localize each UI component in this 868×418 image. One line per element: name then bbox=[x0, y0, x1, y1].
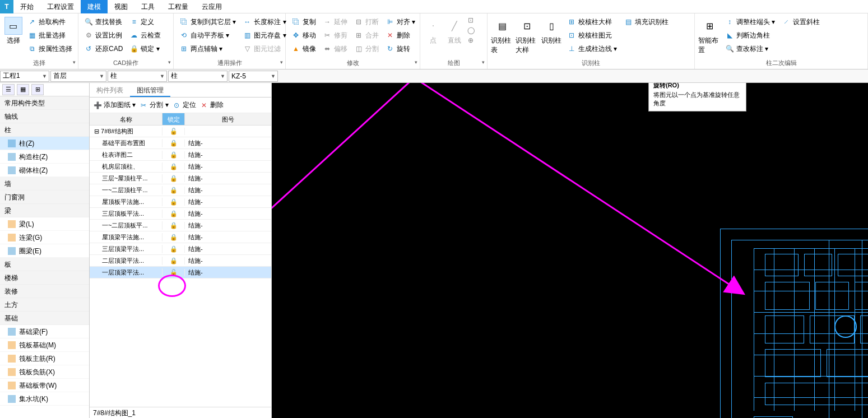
nav-item[interactable]: 基础板带(W) bbox=[0, 379, 89, 392]
dropdown-icon[interactable]: ▾ bbox=[280, 59, 283, 65]
nav-item[interactable]: 筏板主筋(R) bbox=[0, 352, 89, 365]
dropdown-icon[interactable]: ▾ bbox=[168, 59, 171, 65]
nav-item[interactable]: 砌体柱(Z) bbox=[0, 164, 89, 177]
drawing-row[interactable]: 柱表详图二🔒结施- bbox=[90, 149, 271, 161]
nav-category[interactable]: 轴线 bbox=[0, 110, 89, 123]
nav-item[interactable]: 构造柱(Z) bbox=[0, 150, 89, 164]
drawing-row[interactable]: 一~二层顶板平...🔒结施- bbox=[90, 220, 271, 231]
drawing-row[interactable]: 机房层顶柱、🔒结施- bbox=[90, 161, 271, 173]
find-replace-button[interactable]: 🔍查找替换 bbox=[82, 16, 125, 28]
drawing-row[interactable]: 基础平面布置图🔒结施- bbox=[90, 137, 271, 149]
nav-category[interactable]: 板 bbox=[0, 258, 89, 271]
nav-category[interactable]: 柱 bbox=[0, 123, 89, 137]
nav-category[interactable]: 梁 bbox=[0, 204, 89, 217]
nav-item[interactable]: 圈梁(E) bbox=[0, 244, 89, 258]
drawing-row[interactable]: 一~二层顶柱平...🔒结施- bbox=[90, 184, 271, 196]
align-button[interactable]: ⊫对齐 ▾ bbox=[383, 16, 417, 28]
rotate-button[interactable]: ↻旋转 bbox=[383, 43, 417, 55]
find-icon: 🔍 bbox=[84, 17, 93, 26]
nav-item-icon bbox=[8, 328, 16, 336]
dropdown-icon[interactable]: ▾ bbox=[415, 59, 417, 65]
drawing-row[interactable]: 三层顶梁平法...🔒结施- bbox=[90, 243, 271, 255]
nav-category[interactable]: 楼梯 bbox=[0, 271, 89, 285]
mirror-button[interactable]: ▲镜像 bbox=[289, 43, 318, 55]
delete-button[interactable]: ✕删除 bbox=[383, 29, 417, 41]
drawing-tool[interactable]: ⊙定位 bbox=[172, 100, 196, 110]
combo-4[interactable]: KZ-5▼ bbox=[229, 71, 278, 82]
gen-column-edge-button[interactable]: ⊥生成柱边线 ▾ bbox=[565, 43, 619, 55]
element-save-button[interactable]: ▥图元存盘 ▾ bbox=[240, 29, 288, 41]
col-lock[interactable]: 锁定 bbox=[163, 113, 185, 125]
copy-button[interactable]: ⿻复制 bbox=[289, 16, 318, 28]
nav-item[interactable]: 筏板负筋(X) bbox=[0, 365, 89, 379]
draw-extra-icon: ◯ bbox=[466, 26, 475, 35]
adjust-column-end-button[interactable]: ↕调整柱端头 ▾ bbox=[723, 16, 777, 28]
two-point-axis-button[interactable]: ⊞两点辅轴 ▾ bbox=[177, 43, 238, 55]
tab-1[interactable]: 图纸管理 bbox=[130, 83, 170, 97]
tab-0[interactable]: 构件列表 bbox=[90, 83, 130, 97]
property-select-button[interactable]: ⧉按属性选择 bbox=[25, 43, 75, 55]
drawing-row[interactable]: 一层顶梁平法...🔓结施- bbox=[90, 267, 271, 278]
nav-item[interactable]: 集水坑(K) bbox=[0, 392, 89, 406]
drawing-row[interactable]: 二层顶梁平法...🔒结施- bbox=[90, 255, 271, 267]
nav-item[interactable]: 梁(L) bbox=[0, 217, 89, 231]
set-incline-column-button[interactable]: ⟋设置斜柱 bbox=[779, 16, 822, 28]
move-button[interactable]: ✥移动 bbox=[289, 29, 318, 41]
drawing-row[interactable]: 屋顶梁平法施...🔒结施- bbox=[90, 231, 271, 243]
drawing-tool[interactable]: ✕删除 bbox=[199, 100, 224, 110]
nav-category[interactable]: 土方 bbox=[0, 298, 89, 312]
fill-recognize-column-button[interactable]: ▤填充识别柱 bbox=[621, 16, 671, 28]
restore-cad-button[interactable]: ↺还原CAD bbox=[82, 43, 125, 55]
define-button[interactable]: ≡定义 bbox=[127, 16, 163, 28]
nav-category[interactable]: 墙 bbox=[0, 177, 89, 191]
dropdown-icon[interactable]: ▾ bbox=[73, 59, 76, 65]
judge-corner-button[interactable]: ◣判断边角柱 bbox=[723, 29, 777, 41]
nav-tool-2[interactable]: ▦ bbox=[17, 84, 29, 95]
menu-item-3[interactable]: 视图 bbox=[108, 0, 134, 13]
nav-item[interactable]: 筏板基础(M) bbox=[0, 338, 89, 352]
lock-button[interactable]: 🔒锁定 ▾ bbox=[127, 43, 163, 55]
menu-item-5[interactable]: 工程量 bbox=[161, 0, 195, 13]
combo-3[interactable]: 柱▼ bbox=[168, 71, 228, 82]
nav-category[interactable]: 装修 bbox=[0, 285, 89, 298]
drawing-row[interactable]: 屋顶板平法施...🔒结施- bbox=[90, 196, 271, 208]
edit-annotation-button[interactable]: 🔍查改标注 ▾ bbox=[723, 43, 777, 55]
auto-align-slab-button[interactable]: ⟲自动平齐板 ▾ bbox=[177, 29, 238, 41]
recognize-column-detail-button[interactable]: ⊡识别柱大样 bbox=[514, 16, 539, 56]
menu-item-4[interactable]: 工具 bbox=[134, 0, 161, 13]
menu-item-0[interactable]: 开始 bbox=[13, 0, 40, 13]
drawing-row[interactable]: 三层~屋顶柱平...🔒结施- bbox=[90, 173, 271, 184]
cloud-check-button[interactable]: ☁云检查 bbox=[127, 29, 163, 41]
dropdown-icon[interactable]: ▾ bbox=[482, 59, 485, 65]
nav-category[interactable]: 常用构件类型 bbox=[0, 96, 89, 110]
nav-tool-3[interactable]: ⊞ bbox=[31, 84, 44, 95]
check-column-detail-button[interactable]: ⊞校核柱大样 bbox=[565, 16, 619, 28]
nav-tool-1[interactable]: ☰ bbox=[2, 84, 15, 95]
copy-to-layer-button[interactable]: ⿻复制到其它层 ▾ bbox=[177, 16, 238, 28]
nav-item[interactable]: 基础梁(F) bbox=[0, 325, 89, 338]
nav-category[interactable]: 基础 bbox=[0, 312, 89, 325]
pick-component-button[interactable]: ↗拾取构件 bbox=[25, 16, 75, 28]
menu-item-2[interactable]: 建模 bbox=[81, 0, 108, 13]
recognize-column-button[interactable]: ▯识别柱 bbox=[539, 16, 564, 47]
combo-1[interactable]: 首层▼ bbox=[50, 71, 106, 82]
check-column-element-button[interactable]: ⊡校核柱图元 bbox=[565, 29, 619, 41]
batch-select-button[interactable]: ▦批量选择 bbox=[25, 29, 75, 41]
drawing-row[interactable]: 三层顶板平法...🔒结施- bbox=[90, 208, 271, 220]
nav-category[interactable]: 门窗洞 bbox=[0, 191, 89, 204]
drawing-tool[interactable]: ✂分割 ▾ bbox=[139, 100, 168, 110]
drawing-group-row[interactable]: ⊟ 7#8#结构图 🔓 bbox=[90, 126, 271, 137]
combo-2[interactable]: 柱▼ bbox=[108, 71, 167, 82]
recognize-column-table-button[interactable]: ▤识别柱表 bbox=[490, 16, 514, 56]
length-dim-button[interactable]: ↔长度标注 ▾ bbox=[240, 16, 288, 28]
smart-place-button[interactable]: ⊞智能布置 bbox=[697, 16, 722, 56]
nav-item[interactable]: 柱(Z) bbox=[0, 137, 89, 150]
combo-0[interactable]: 工程1▼ bbox=[0, 71, 49, 82]
select-button[interactable]: ▭ 选择 bbox=[2, 16, 24, 47]
menu-item-6[interactable]: 云应用 bbox=[195, 0, 229, 13]
drawing-canvas[interactable]: 旋转(RO) 将图元以一个点为基准旋转任意角度 bbox=[272, 83, 868, 418]
drawing-tool[interactable]: ➕添加图纸 ▾ bbox=[93, 100, 136, 110]
set-scale-button[interactable]: ⚙设置比例 bbox=[82, 29, 125, 41]
nav-item[interactable]: 连梁(G) bbox=[0, 231, 89, 244]
menu-item-1[interactable]: 工程设置 bbox=[40, 0, 81, 13]
